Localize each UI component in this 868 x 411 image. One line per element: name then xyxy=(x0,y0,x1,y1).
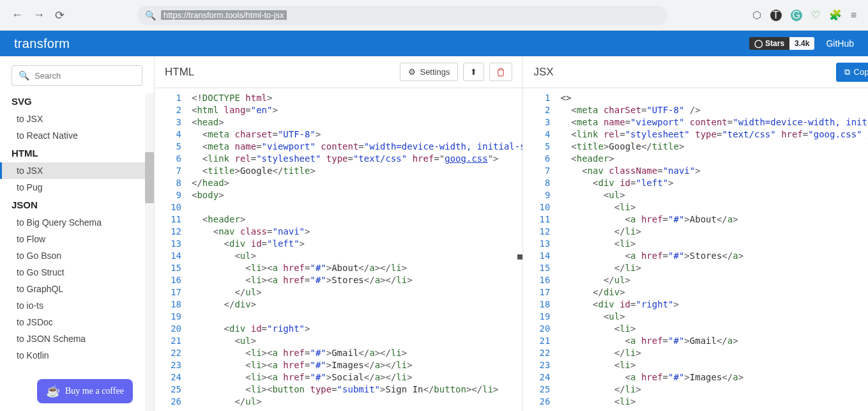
nav-item[interactable]: to io-ts xyxy=(0,297,154,314)
resize-handle[interactable] xyxy=(517,254,522,260)
left-editor[interactable]: 1234567891011121314151617181920212223242… xyxy=(155,88,522,411)
left-pane-title: HTML xyxy=(165,66,194,79)
url-bar[interactable]: 🔍 https://transform.tools/html-to-jsx xyxy=(137,6,667,25)
nav-item[interactable]: to JSON Schema xyxy=(0,330,154,347)
sidebar: 🔍 SVGto JSXto React NativeHTMLto JSXto P… xyxy=(0,56,155,411)
search-icon: 🔍 xyxy=(145,10,156,20)
nav-item[interactable]: to GraphQL xyxy=(0,281,154,297)
nav-item[interactable]: to JSDoc xyxy=(0,314,154,330)
github-link[interactable]: GitHub xyxy=(826,38,854,49)
scrollbar-thumb[interactable] xyxy=(145,152,154,203)
nav-item[interactable]: to React Native xyxy=(0,127,154,144)
browser-chrome: ← → ⟳ 🔍 https://transform.tools/html-to-… xyxy=(0,0,868,31)
left-pane-header: HTML ⚙ Settings ⬆ xyxy=(155,56,522,88)
nav-item[interactable]: to Flow xyxy=(0,231,154,247)
right-pane-header: JSX ⧉ Copy xyxy=(523,56,868,88)
star-icon: ◯ xyxy=(754,39,763,48)
coffee-cup-icon: ☕ xyxy=(46,384,60,398)
url-text: https://transform.tools/html-to-jsx xyxy=(161,10,287,20)
copy-icon: ⧉ xyxy=(844,67,850,77)
left-pane: HTML ⚙ Settings ⬆ 1234567891011121314151… xyxy=(155,56,523,411)
nav-heading-svg: SVG xyxy=(0,92,154,111)
shield-icon[interactable]: ♡ xyxy=(811,9,820,21)
ext-icon-t[interactable]: T xyxy=(770,10,782,21)
nav-item[interactable]: to Go Struct xyxy=(0,264,154,281)
nav-item[interactable]: to Pug xyxy=(0,179,154,196)
buy-coffee-button[interactable]: ☕ Buy me a coffee xyxy=(37,379,133,403)
nav-item[interactable]: to Big Query Schema xyxy=(0,214,154,231)
search-input[interactable] xyxy=(34,71,142,81)
right-editor[interactable]: 1234567891011121314151617181920212223242… xyxy=(523,88,868,411)
delete-button[interactable] xyxy=(489,63,512,81)
ext-icon-grammarly[interactable]: G xyxy=(791,10,802,21)
reload-icon[interactable]: ⟳ xyxy=(55,8,65,22)
stars-label: Stars xyxy=(765,39,784,48)
nav-item[interactable]: to Kotlin xyxy=(0,347,154,364)
right-pane-title: JSX xyxy=(533,66,553,79)
copy-label: Copy xyxy=(854,67,868,77)
nav-item[interactable]: to Go Bson xyxy=(0,247,154,264)
github-stars-badge[interactable]: ◯Stars 3.4k xyxy=(749,37,814,50)
search-icon: 🔍 xyxy=(19,70,29,81)
coffee-label: Buy me a coffee xyxy=(65,386,124,396)
menu-icon[interactable]: ≡ xyxy=(851,10,857,21)
nav-item[interactable]: to JSX xyxy=(0,162,154,179)
scrollbar-track[interactable] xyxy=(145,93,154,411)
settings-button[interactable]: ⚙ Settings xyxy=(400,63,458,81)
nav-item[interactable]: to JSX xyxy=(0,111,154,127)
search-box[interactable]: 🔍 xyxy=(11,65,142,86)
gear-icon: ⚙ xyxy=(408,67,416,77)
pocket-icon[interactable]: ⬡ xyxy=(752,9,761,21)
browser-toolbar: ⬡ T G ♡ 🧩 ≡ xyxy=(752,9,857,21)
nav-arrows: ← → ⟳ xyxy=(11,8,65,22)
nav-heading-json: JSON xyxy=(0,196,154,214)
settings-label: Settings xyxy=(420,67,450,77)
copy-button[interactable]: ⧉ Copy xyxy=(836,63,868,82)
trash-icon xyxy=(496,68,505,77)
stars-count: 3.4k xyxy=(789,37,814,50)
ext-icon-puzzle[interactable]: 🧩 xyxy=(829,9,842,21)
right-pane: JSX ⧉ Copy 12345678910111213141516171819… xyxy=(523,56,868,411)
app-header: transform ◯Stars 3.4k GitHub xyxy=(0,31,868,56)
back-icon[interactable]: ← xyxy=(11,8,23,22)
upload-button[interactable]: ⬆ xyxy=(463,63,484,81)
app-logo[interactable]: transform xyxy=(14,36,70,51)
forward-icon[interactable]: → xyxy=(33,8,45,22)
upload-icon: ⬆ xyxy=(470,67,477,77)
nav-heading-html: HTML xyxy=(0,144,154,162)
